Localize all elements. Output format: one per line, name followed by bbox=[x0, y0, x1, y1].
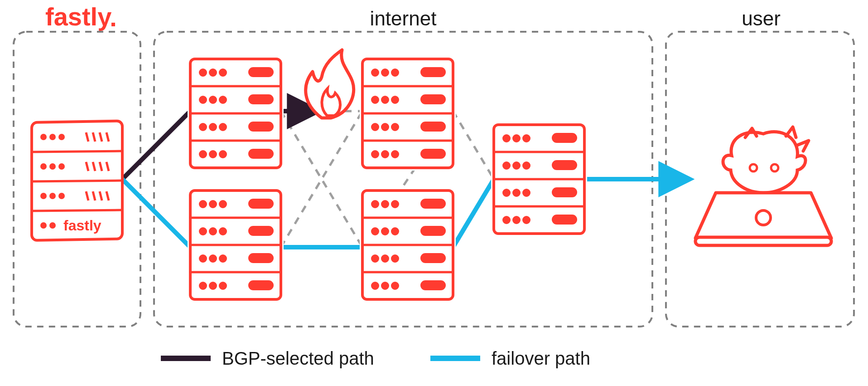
legend: BGP-selected path failover path bbox=[161, 348, 590, 368]
fastly-server: fastly bbox=[32, 121, 122, 240]
svg-line-26 bbox=[122, 111, 190, 179]
svg-line-22 bbox=[281, 111, 362, 247]
legend-failover-label: failover path bbox=[492, 348, 590, 368]
internet-server-top-left bbox=[188, 56, 284, 171]
svg-line-30 bbox=[453, 179, 494, 247]
network-diagram: fastly internet user fastl bbox=[0, 0, 868, 386]
svg-point-36 bbox=[40, 134, 47, 140]
fastly-logo: fastly bbox=[45, 2, 115, 31]
fastly-server-label: fastly bbox=[63, 217, 101, 234]
internet-label: internet bbox=[370, 7, 437, 29]
internet-server-top-right bbox=[360, 56, 456, 171]
svg-rect-20 bbox=[111, 23, 115, 26]
svg-line-34 bbox=[32, 181, 122, 181]
svg-line-23 bbox=[281, 111, 362, 247]
svg-point-38 bbox=[58, 134, 65, 140]
internet-server-bottom-right bbox=[360, 188, 456, 302]
user-label: user bbox=[742, 7, 781, 29]
fastly-logo-text: fastly bbox=[45, 2, 111, 31]
svg-line-35 bbox=[32, 210, 122, 211]
svg-line-33 bbox=[32, 151, 122, 152]
legend-bgp-label: BGP-selected path bbox=[222, 348, 374, 368]
fire-icon bbox=[306, 50, 354, 118]
svg-point-40 bbox=[49, 163, 56, 170]
internet-server-bottom-left bbox=[188, 188, 284, 302]
svg-point-39 bbox=[40, 163, 47, 170]
svg-line-24 bbox=[453, 111, 494, 179]
svg-point-41 bbox=[58, 163, 65, 170]
user-illustration bbox=[695, 127, 831, 245]
svg-point-45 bbox=[40, 222, 47, 229]
svg-point-44 bbox=[58, 193, 65, 199]
svg-line-28 bbox=[122, 179, 190, 247]
svg-rect-66 bbox=[695, 237, 831, 245]
svg-point-43 bbox=[49, 193, 56, 199]
svg-point-42 bbox=[40, 193, 47, 199]
edge-server bbox=[491, 122, 587, 236]
svg-point-46 bbox=[49, 222, 56, 229]
svg-point-37 bbox=[49, 134, 56, 140]
